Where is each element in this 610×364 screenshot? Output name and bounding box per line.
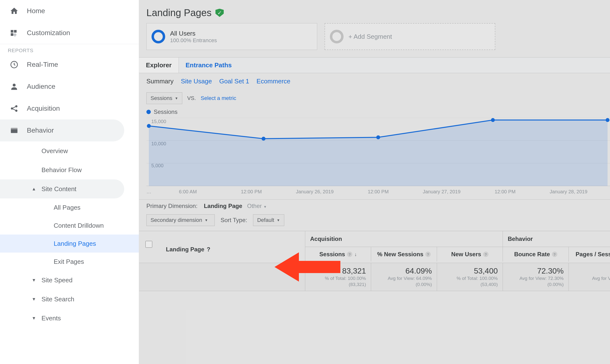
- dropdown-label: Sessions: [150, 95, 172, 101]
- sidebar-sub-behavior-flow[interactable]: Behavior Flow: [0, 160, 139, 180]
- chart-svg: [146, 118, 610, 186]
- total-sub: Avg for View: 64.09% (0.00%): [376, 275, 432, 287]
- metric-row: Sessions ▼ VS. Select a metric: [139, 90, 610, 108]
- page-header: Landing Pages ✓: [139, 0, 610, 23]
- select-all-checkbox[interactable]: [145, 241, 152, 248]
- sidebar-sub-label: Behavior Flow: [41, 166, 82, 174]
- segment-all-users[interactable]: All Users 100.00% Entrances: [146, 23, 317, 50]
- table-totals-row: 83,321 % of Total: 100.00% (83,321) 64.0…: [139, 263, 610, 291]
- help-icon[interactable]: ?: [347, 252, 352, 257]
- svg-point-13: [147, 124, 151, 128]
- xtick: …: [146, 189, 156, 195]
- add-segment-button[interactable]: + Add Segment: [325, 23, 495, 50]
- caret-up-icon: ▲: [32, 186, 36, 192]
- total-sub: % of Total: 100.00% (53,400): [442, 275, 498, 287]
- sidebar-sub-label: Events: [41, 314, 61, 322]
- chart-legend: Sessions: [139, 108, 610, 118]
- sidebar: Home Customization REPORTS Real-Time Aud…: [0, 0, 139, 364]
- col-label: Landing Page: [166, 246, 204, 253]
- svg-point-15: [376, 135, 380, 139]
- total-sub: Avg for View: 72.30% (0.00%): [508, 275, 564, 287]
- col-sessions[interactable]: Sessions ? ↓: [305, 247, 371, 262]
- total-value: 53,400: [442, 266, 498, 275]
- sort-desc-icon: ↓: [354, 252, 357, 257]
- sidebar-label: Behavior: [27, 127, 54, 134]
- primary-dim-value[interactable]: Landing Page: [204, 203, 242, 209]
- chevron-down-icon: ▼: [175, 96, 178, 100]
- reports-header-text: REPORTS: [8, 48, 33, 53]
- sidebar-sub2-exit-pages[interactable]: Exit Pages: [0, 253, 139, 271]
- xtick: January 28, 2019: [537, 189, 600, 195]
- help-icon[interactable]: ?: [552, 252, 557, 257]
- ring-icon: [330, 30, 344, 43]
- sidebar-customization[interactable]: Customization: [0, 22, 139, 44]
- tab-site-usage[interactable]: Site Usage: [181, 78, 212, 85]
- sidebar-sub2-content-drilldown[interactable]: Content Drilldown: [0, 217, 139, 234]
- other-label: Other: [247, 203, 262, 209]
- sidebar-sub-site-search[interactable]: ▼ Site Search: [0, 290, 139, 309]
- sidebar-sub2-label: Content Drilldown: [54, 222, 104, 229]
- xaxis: … 6:00 AM 12:00 PM January 26, 2019 12:0…: [146, 186, 610, 199]
- tabs-sub: Summary Site Usage Goal Set 1 Ecommerce: [139, 73, 610, 90]
- sidebar-label: Customization: [27, 29, 70, 37]
- col-label: Sessions: [319, 251, 345, 258]
- select-all-cell: [139, 231, 159, 263]
- sort-type-dropdown[interactable]: Default ▼: [253, 214, 284, 226]
- col-label: Bounce Rate: [514, 251, 550, 258]
- total-value: 83,321: [310, 266, 366, 275]
- sidebar-audience[interactable]: Audience: [0, 76, 139, 98]
- chevron-down-icon: ▼: [263, 205, 267, 209]
- svg-point-17: [606, 118, 610, 122]
- dropdown-label: Default: [257, 217, 274, 223]
- legend-label: Sessions: [154, 108, 177, 115]
- col-bounce-rate[interactable]: Bounce Rate ?: [503, 247, 569, 262]
- sessions-chart[interactable]: 15,000 10,000 5,000: [146, 118, 610, 186]
- sidebar-sub-label: Overview: [41, 147, 68, 155]
- sidebar-sub-events[interactable]: ▼ Events: [0, 309, 139, 328]
- caret-down-icon: ▼: [32, 316, 36, 321]
- data-table: Landing Page ? Acquisition Behavior Sess…: [139, 231, 610, 291]
- sidebar-acquisition[interactable]: Acquisition: [0, 98, 139, 119]
- svg-rect-0: [11, 30, 14, 33]
- help-icon[interactable]: ?: [483, 252, 488, 257]
- sidebar-behavior[interactable]: Behavior: [0, 119, 124, 142]
- page-title: Landing Pages: [146, 7, 212, 18]
- sidebar-sub-overview[interactable]: Overview: [0, 142, 139, 160]
- col-label: % New Sessions: [377, 251, 423, 258]
- sidebar-home[interactable]: Home: [0, 0, 139, 22]
- metric-primary-dropdown[interactable]: Sessions ▼: [146, 92, 182, 104]
- tab-summary[interactable]: Summary: [146, 78, 174, 85]
- sidebar-realtime[interactable]: Real-Time: [0, 54, 139, 76]
- group-behavior: Behavior: [503, 231, 610, 247]
- total-value: 72.30%: [508, 266, 564, 275]
- col-new-users[interactable]: New Users ?: [437, 247, 503, 262]
- total-pct-new: 64.09% Avg for View: 64.09% (0.00%): [371, 263, 437, 291]
- tabs-main: Explorer Entrance Paths: [139, 57, 610, 73]
- tab-entrance-paths[interactable]: Entrance Paths: [179, 58, 239, 73]
- verified-shield-icon: ✓: [216, 9, 224, 17]
- sidebar-sub2-all-pages[interactable]: All Pages: [0, 198, 139, 217]
- help-icon[interactable]: ?: [207, 246, 210, 253]
- secondary-row: Secondary dimension ▼ Sort Type: Default…: [139, 212, 610, 231]
- help-icon[interactable]: ?: [425, 252, 431, 257]
- sidebar-sub-site-speed[interactable]: ▼ Site Speed: [0, 271, 139, 290]
- segment-sub: 100.00% Entrances: [170, 37, 217, 44]
- col-landing-page[interactable]: Landing Page ?: [159, 231, 305, 263]
- col-pct-new-sessions[interactable]: % New Sessions ?: [371, 247, 437, 262]
- tab-explorer[interactable]: Explorer: [139, 58, 179, 73]
- tab-goal-set[interactable]: Goal Set 1: [219, 78, 249, 85]
- sidebar-sub2-landing-pages[interactable]: Landing Pages: [0, 234, 139, 253]
- primary-dim-other[interactable]: Other ▼: [247, 203, 267, 209]
- legend-dot-icon: [146, 110, 151, 114]
- chevron-down-icon: ▼: [205, 218, 208, 222]
- col-pages-session[interactable]: Pages / Session ?: [569, 247, 610, 262]
- secondary-dimension-dropdown[interactable]: Secondary dimension ▼: [146, 214, 215, 226]
- svg-point-7: [16, 110, 17, 111]
- total-sub: % of Total: 100.00% (83,321): [310, 275, 366, 287]
- caret-down-icon: ▼: [32, 297, 36, 302]
- sidebar-sub-site-content[interactable]: ▲ Site Content: [0, 180, 124, 198]
- svg-point-14: [262, 137, 265, 141]
- tab-ecommerce[interactable]: Ecommerce: [257, 78, 290, 85]
- person-icon: [10, 82, 27, 91]
- select-metric-link[interactable]: Select a metric: [201, 95, 236, 101]
